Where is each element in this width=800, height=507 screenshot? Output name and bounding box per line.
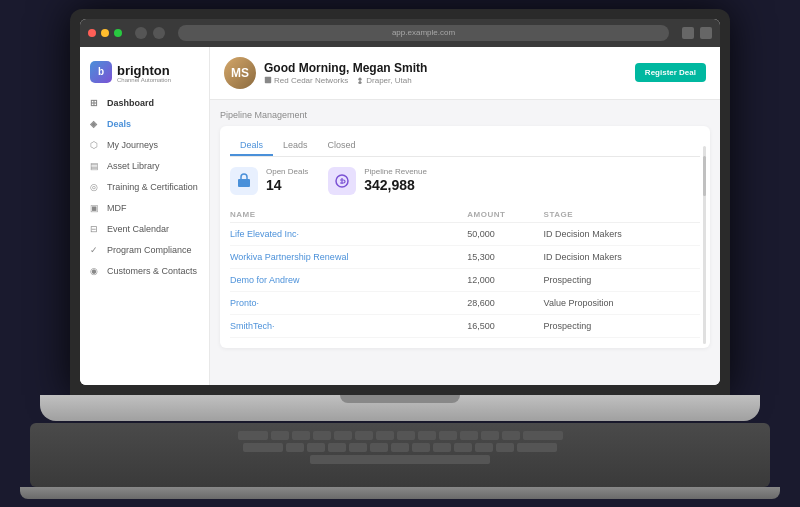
key <box>502 431 520 440</box>
back-button[interactable] <box>135 27 147 39</box>
assets-icon: ▤ <box>90 161 101 172</box>
location-text: Draper, Utah <box>356 76 411 85</box>
sidebar-item-label: My Journeys <box>107 140 158 150</box>
user-meta: Red Cedar Networks Draper, Utah <box>264 76 427 85</box>
deal-stage: ID Decision Makers <box>544 245 700 268</box>
open-deals-info: Open Deals 14 <box>266 167 308 194</box>
avatar: MS <box>224 57 256 89</box>
open-deals-stat: Open Deals 14 <box>230 167 308 195</box>
key <box>481 431 499 440</box>
close-dot[interactable] <box>88 29 96 37</box>
table-row: Pronto·28,600Value Proposition <box>230 291 700 314</box>
pipeline-tabs: Deals Leads Closed <box>230 136 700 157</box>
laptop-keyboard <box>30 423 770 488</box>
deal-amount: 50,000 <box>467 222 543 245</box>
stats-row: Open Deals 14 <box>230 167 700 195</box>
sidebar-item-label: Training & Certification <box>107 182 198 192</box>
compliance-icon: ✓ <box>90 245 101 256</box>
open-deals-label: Open Deals <box>266 167 308 176</box>
user-info: Good Morning, Megan Smith Red Cedar Netw… <box>264 61 427 85</box>
deal-name[interactable]: SmithTech· <box>230 314 467 337</box>
url-bar[interactable]: app.example.com <box>178 25 669 41</box>
keyboard-area <box>30 423 770 473</box>
key <box>243 443 283 452</box>
tab-closed[interactable]: Closed <box>318 136 366 156</box>
key <box>292 431 310 440</box>
key-row-1 <box>50 431 750 440</box>
key <box>271 431 289 440</box>
sidebar-item-deals[interactable]: ◈ Deals <box>80 114 209 135</box>
scrollbar[interactable] <box>703 146 706 344</box>
sidebar-item-label: Asset Library <box>107 161 160 171</box>
deal-name[interactable]: Pronto· <box>230 291 467 314</box>
pipeline-revenue-value: 342,988 <box>364 177 415 193</box>
key <box>523 431 563 440</box>
laptop-screen: app.example.com b brighton <box>70 9 730 395</box>
sidebar-item-label: Customers & Contacts <box>107 266 197 276</box>
sidebar-item-dashboard[interactable]: ⊞ Dashboard <box>80 93 209 114</box>
table-header-row: NAME AMOUNT STAGE <box>230 207 700 223</box>
sidebar-item-training[interactable]: ◎ Training & Certification <box>80 177 209 198</box>
svg-rect-0 <box>265 77 271 83</box>
spacebar <box>310 455 490 464</box>
deals-table: NAME AMOUNT STAGE Life Elevated Inc·50,0… <box>230 207 700 338</box>
minimize-dot[interactable] <box>101 29 109 37</box>
key <box>439 431 457 440</box>
sidebar-item-label: MDF <box>107 203 127 213</box>
deals-icon: ◈ <box>90 119 101 130</box>
sidebar-item-label: Dashboard <box>107 98 154 108</box>
table-row: SmithTech·16,500Prospecting <box>230 314 700 337</box>
deals-table-body: Life Elevated Inc·50,000ID Decision Make… <box>230 222 700 337</box>
customers-icon: ◉ <box>90 266 101 277</box>
pipeline-revenue-icon <box>328 167 356 195</box>
key <box>454 443 472 452</box>
register-deal-button[interactable]: Register Deal <box>635 63 706 82</box>
pipeline-revenue-info: Pipeline Revenue 342,988 <box>364 167 427 194</box>
screen-content: app.example.com b brighton <box>80 19 720 385</box>
key <box>391 443 409 452</box>
sidebar-item-mdf[interactable]: ▣ MDF <box>80 198 209 219</box>
forward-button[interactable] <box>153 27 165 39</box>
deal-name[interactable]: Demo for Andrew <box>230 268 467 291</box>
logo-subtitle: Channel Automation <box>117 77 171 83</box>
extension-icon[interactable] <box>682 27 694 39</box>
key <box>349 443 367 452</box>
page-header: MS Good Morning, Megan Smith Red Cedar N… <box>210 47 720 100</box>
open-deals-value: 14 <box>266 177 282 193</box>
sidebar-item-assets[interactable]: ▤ Asset Library <box>80 156 209 177</box>
sidebar-item-compliance[interactable]: ✓ Program Compliance <box>80 240 209 261</box>
pipeline-revenue-stat: Pipeline Revenue 342,988 <box>328 167 427 195</box>
col-name: NAME <box>230 207 467 223</box>
key <box>313 431 331 440</box>
key <box>475 443 493 452</box>
deal-stage: Prospecting <box>544 268 700 291</box>
section-label: Pipeline Management <box>220 110 710 120</box>
profile-icon[interactable] <box>700 27 712 39</box>
key <box>328 443 346 452</box>
deal-name[interactable]: Workiva Partnership Renewal <box>230 245 467 268</box>
tab-deals[interactable]: Deals <box>230 136 273 156</box>
deal-amount: 16,500 <box>467 314 543 337</box>
key <box>460 431 478 440</box>
sidebar-item-calendar[interactable]: ⊟ Event Calendar <box>80 219 209 240</box>
sidebar-item-customers[interactable]: ◉ Customers & Contacts <box>80 261 209 282</box>
key <box>355 431 373 440</box>
app-layout: b brighton Channel Automation ⊞ Dashboar… <box>80 47 720 385</box>
sidebar-item-journeys[interactable]: ⬡ My Journeys <box>80 135 209 156</box>
key <box>370 443 388 452</box>
key-row-2 <box>50 443 750 452</box>
url-text: app.example.com <box>392 28 455 37</box>
key <box>433 443 451 452</box>
location-icon <box>356 76 364 84</box>
user-greeting: MS Good Morning, Megan Smith Red Cedar N… <box>224 57 427 89</box>
laptop-bottom <box>20 487 780 498</box>
tab-leads[interactable]: Leads <box>273 136 318 156</box>
dashboard-icon: ⊞ <box>90 98 101 109</box>
pipeline-revenue-label: Pipeline Revenue <box>364 167 427 176</box>
browser-chrome: app.example.com <box>80 19 720 47</box>
key <box>286 443 304 452</box>
logo-text: brighton <box>117 63 170 78</box>
maximize-dot[interactable] <box>114 29 122 37</box>
key-row-3 <box>50 455 750 464</box>
deal-name[interactable]: Life Elevated Inc· <box>230 222 467 245</box>
